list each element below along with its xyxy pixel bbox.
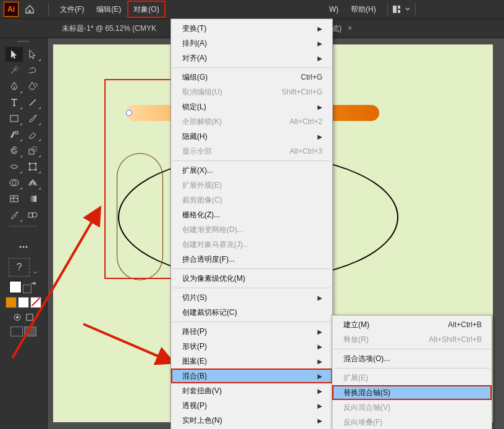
object-menu-item[interactable]: 扩展(X)... <box>171 163 332 178</box>
menu-item-label: 路径(P) <box>182 327 207 337</box>
svg-rect-1 <box>398 6 400 9</box>
svg-rect-0 <box>393 6 397 13</box>
menu-item-label: 扩展(X)... <box>182 165 213 176</box>
object-menu-item: 创建渐变网格(D)... <box>171 222 332 237</box>
menu-separator <box>172 67 331 68</box>
menu-item-label: 编组(G) <box>182 72 208 83</box>
close-tab-icon[interactable]: × <box>348 24 352 33</box>
menu-item-label: 排列(A) <box>182 38 207 49</box>
menu-separator <box>334 349 490 349</box>
menu-item-label: 栅格化(Z)... <box>182 210 220 220</box>
svg-line-26 <box>83 324 171 362</box>
menu-item-label: 变换(T) <box>182 23 206 34</box>
object-menu-item[interactable]: 实时上色(N)▶ <box>171 413 332 428</box>
menu-item-label: 反向堆叠(F) <box>343 417 382 428</box>
submenu-arrow-icon: ▶ <box>317 25 322 32</box>
object-menu-item[interactable]: 创建裁切标记(C) <box>171 305 332 320</box>
object-menu-item[interactable]: 变换(T)▶ <box>171 21 332 36</box>
object-menu-item[interactable]: 形状(P)▶ <box>171 339 332 354</box>
object-menu-item[interactable]: 隐藏(H)▶ <box>171 129 332 144</box>
menu-file[interactable]: 文件(F) <box>54 0 90 19</box>
submenu-arrow-icon: ▶ <box>317 328 322 335</box>
object-menu-item: 全部解锁(K)Alt+Ctrl+2 <box>171 114 332 129</box>
submenu-arrow-icon: ▶ <box>317 373 322 380</box>
menu-separator <box>172 288 331 288</box>
object-menu-item[interactable]: 拼合透明度(F)... <box>171 252 332 267</box>
object-menu-item[interactable]: 栅格化(Z)... <box>171 207 332 222</box>
svg-rect-2 <box>398 10 400 13</box>
object-menu-item[interactable]: 对齐(A)▶ <box>171 51 332 65</box>
menu-item-label: 切片(S) <box>182 293 207 303</box>
menu-item-label: 替换混合轴(S) <box>343 388 390 398</box>
object-menu-item[interactable]: 切片(S)▶ <box>171 290 332 305</box>
object-menu-item[interactable]: 混合(B)▶ <box>171 369 332 383</box>
object-menu-item: 取消编组(U)Shift+Ctrl+G <box>171 85 332 99</box>
menu-item-label: 扩展外观(E) <box>182 180 222 191</box>
menu-window-partial[interactable]: W) <box>323 0 345 19</box>
object-menu-item: 显示全部Alt+Ctrl+3 <box>171 144 332 159</box>
separator <box>48 3 49 15</box>
menu-separator <box>172 160 331 161</box>
menu-object[interactable]: 对象(O) <box>127 1 165 18</box>
submenu-arrow-icon: ▶ <box>317 402 322 409</box>
menu-item-label: 封套扭曲(V) <box>182 386 222 396</box>
object-menu-item[interactable]: 封套扭曲(V)▶ <box>171 383 332 398</box>
essentials-switcher-icon[interactable] <box>393 6 410 13</box>
submenu-arrow-icon: ▶ <box>317 343 322 350</box>
menu-item-shortcut: Shift+Ctrl+G <box>282 88 322 96</box>
blend-submenu-item[interactable]: 替换混合轴(S) <box>332 385 492 400</box>
blend-submenu-item[interactable]: 建立(M)Alt+Ctrl+B <box>332 317 492 332</box>
submenu-arrow-icon: ▶ <box>317 294 322 301</box>
object-menu-item[interactable]: 路径(P)▶ <box>171 324 332 339</box>
document-title-left: 未标题-1* @ 65.12% (CMYK <box>62 23 156 34</box>
document-tab[interactable]: 未标题-1* @ 65.12% (CMYK <box>53 19 165 38</box>
menu-item-label: 图案(E) <box>182 356 207 367</box>
object-menu-item[interactable]: 锁定(L)▶ <box>171 99 332 114</box>
menu-item-label: 反向混合轴(V) <box>343 402 390 413</box>
menu-item-label: 创建对象马赛克(J)... <box>182 239 249 250</box>
object-menu-item[interactable]: 透视(P)▶ <box>171 398 332 413</box>
object-menu-item[interactable]: 设为像素级优化(M) <box>171 271 332 286</box>
submenu-arrow-icon: ▶ <box>317 388 322 394</box>
menu-help[interactable]: 帮助(H) <box>345 0 382 19</box>
menu-item-label: 扩展(E) <box>343 373 368 383</box>
object-menu-item: 扩展外观(E) <box>171 178 332 193</box>
blend-submenu-dropdown[interactable]: 建立(M)Alt+Ctrl+B释放(R)Alt+Shift+Ctrl+B混合选项… <box>332 315 492 429</box>
menu-item-label: 裁剪图像(C) <box>182 195 222 206</box>
menu-item-label: 创建渐变网格(D)... <box>182 225 243 235</box>
menu-item-label: 混合(B) <box>182 371 207 381</box>
blend-submenu-item[interactable]: 混合选项(O)... <box>332 351 492 366</box>
submenu-arrow-icon: ▶ <box>317 133 322 140</box>
menu-item-label: 拼合透明度(F)... <box>182 254 235 265</box>
object-menu-item[interactable]: 排列(A)▶ <box>171 36 332 51</box>
menu-item-shortcut: Alt+Ctrl+2 <box>290 117 322 126</box>
menu-item-shortcut: Alt+Shift+Ctrl+B <box>429 335 482 344</box>
menu-item-label: 取消编组(U) <box>182 87 222 98</box>
menu-item-shortcut: Ctrl+G <box>301 73 322 81</box>
object-menu-item: 裁剪图像(C) <box>171 193 332 207</box>
submenu-arrow-icon: ▶ <box>317 40 322 47</box>
home-icon[interactable] <box>22 2 37 16</box>
svg-line-25 <box>12 210 99 358</box>
menu-item-label: 建立(M) <box>343 320 369 330</box>
object-menu-item[interactable]: 图案(E)▶ <box>171 354 332 369</box>
object-menu-item[interactable]: 编组(G)Ctrl+G <box>171 70 332 85</box>
menu-item-label: 混合选项(O)... <box>343 354 390 364</box>
blend-submenu-item: 反向堆叠(F) <box>332 415 492 429</box>
menu-separator <box>334 368 490 369</box>
submenu-arrow-icon: ▶ <box>317 55 322 62</box>
separator <box>387 3 388 15</box>
app-menubar: Ai 文件(F) 编辑(E) 对象(O) W) 帮助(H) <box>0 0 504 19</box>
object-menu-item: 创建对象马赛克(J)... <box>171 237 332 252</box>
blend-submenu-item: 反向混合轴(V) <box>332 400 492 415</box>
menu-item-label: 实时上色(N) <box>182 415 222 426</box>
menu-edit[interactable]: 编辑(E) <box>90 0 127 19</box>
menu-separator <box>172 322 331 322</box>
menu-item-label: 创建裁切标记(C) <box>182 307 237 318</box>
menu-item-label: 锁定(L) <box>182 102 206 112</box>
menu-item-label: 隐藏(H) <box>182 131 208 142</box>
menu-item-label: 显示全部 <box>182 146 212 157</box>
object-menu-dropdown[interactable]: 变换(T)▶排列(A)▶对齐(A)▶编组(G)Ctrl+G取消编组(U)Shif… <box>170 19 333 429</box>
menu-covered-area <box>166 0 323 19</box>
menu-item-shortcut: Alt+Ctrl+3 <box>290 147 322 156</box>
